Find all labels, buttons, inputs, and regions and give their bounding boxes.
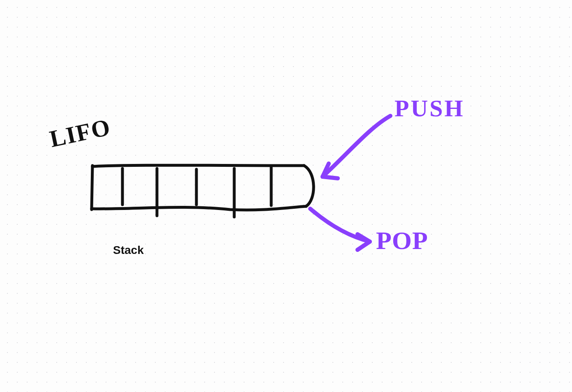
stack-title: Stack bbox=[113, 244, 144, 257]
pop-label: POP bbox=[376, 226, 428, 255]
sketch-svg bbox=[0, 0, 572, 392]
diagram-canvas: LIFO PUSH POP Stack bbox=[0, 0, 572, 392]
push-label: PUSH bbox=[394, 95, 465, 122]
